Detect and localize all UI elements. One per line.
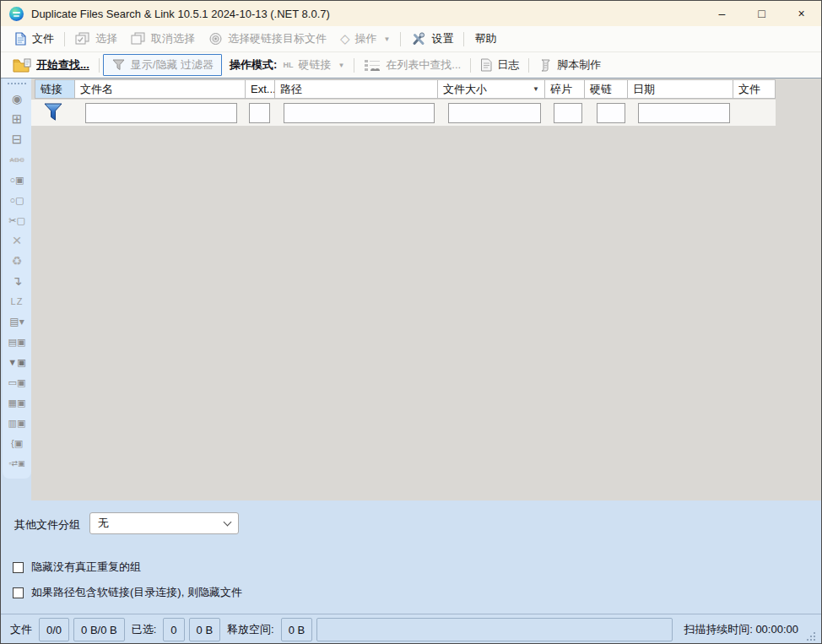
mode-label: 操作模式: xyxy=(222,57,281,73)
menu-item-actions[interactable]: ◇ 操作 ▼ xyxy=(333,28,397,50)
link-select-new-icon[interactable]: ○▢ xyxy=(4,190,30,210)
group-table-icon[interactable]: ▦▣ xyxy=(4,392,30,413)
checkbox-box[interactable] xyxy=(13,562,24,573)
menu-item-settings[interactable]: 设置 xyxy=(404,28,460,50)
selection-add-icon[interactable]: ⊞ xyxy=(4,109,30,129)
filter-row xyxy=(31,100,776,126)
toolbar-separator xyxy=(99,58,100,73)
chevron-down-icon: ▼ xyxy=(384,35,391,43)
maximize-button[interactable]: □ xyxy=(742,1,781,26)
filter-input-ext[interactable] xyxy=(249,103,270,123)
window-controls: – □ × xyxy=(702,1,821,26)
column-header-link[interactable]: 链接 xyxy=(35,79,75,99)
chevron-down-icon: ▼ xyxy=(338,62,344,69)
unlink-cut-icon[interactable]: ✂▢ xyxy=(4,210,30,230)
filter-toggle-button[interactable]: 显示/隐藏 过滤器 xyxy=(103,54,222,76)
abc-compare-icon[interactable]: ABC xyxy=(4,149,30,170)
checkbox-label: 隐藏没有真正重复的组 xyxy=(31,560,141,575)
filter-input-date[interactable] xyxy=(638,103,730,123)
deselect-pages-icon xyxy=(131,32,146,46)
hardlink-mode-button[interactable]: HL 硬链接 ▼ xyxy=(281,55,350,75)
column-header-hardlinks[interactable]: 硬链 xyxy=(585,79,628,99)
group-rows-icon[interactable]: ▤▣ xyxy=(4,332,30,352)
eye-select-icon[interactable]: ◉ xyxy=(4,89,30,109)
start-search-button[interactable]: 开始查找... xyxy=(7,55,95,75)
recycle-bin-icon[interactable]: ♻ xyxy=(4,251,30,271)
script-scroll-icon xyxy=(538,58,552,72)
column-header-filename[interactable]: 文件名 xyxy=(75,79,246,99)
filter-input-filesize[interactable] xyxy=(448,103,541,123)
checkbox-hide-files-softlink-paths[interactable]: 如果路径包含软链接(目录连接), 则隐藏文件 xyxy=(13,585,242,600)
checkbox-hide-non-duplicate-groups[interactable]: 隐藏没有真正重复的组 xyxy=(13,560,141,575)
group-brace-icon[interactable]: {▣ xyxy=(4,433,30,453)
group-by-select[interactable]: 无 xyxy=(89,512,239,534)
funnel-icon xyxy=(111,58,126,72)
menu-item-label: 取消选择 xyxy=(151,31,195,46)
column-header-file[interactable]: 文件 xyxy=(733,79,776,99)
move-to-folder-icon[interactable]: ↴ xyxy=(4,271,30,291)
menu-item-label: 文件 xyxy=(32,31,54,46)
group-list-icon[interactable]: ▭▣ xyxy=(4,372,30,392)
resize-grip[interactable] xyxy=(806,631,816,641)
status-message-panel xyxy=(316,618,673,641)
find-in-list-icon xyxy=(364,58,381,72)
toolbar-separator xyxy=(528,58,529,73)
start-search-label: 开始查找... xyxy=(36,57,89,73)
filter-input-hardlinks[interactable] xyxy=(597,103,625,123)
hardlink-hl-icon: HL xyxy=(283,61,293,69)
find-in-list-button[interactable]: 在列表中查找... xyxy=(358,55,467,75)
scan-duration-value: 00:00:00 xyxy=(755,623,798,636)
menu-item-label: 帮助 xyxy=(474,31,496,46)
close-button[interactable]: × xyxy=(781,1,821,26)
menu-item-label: 设置 xyxy=(431,31,453,46)
column-header-fragments[interactable]: 碎片 xyxy=(545,79,585,99)
status-selected-size: 0 B xyxy=(189,618,221,641)
menu-separator xyxy=(463,32,464,46)
menu-item-select-hardlink-targets[interactable]: 选择硬链接目标文件 xyxy=(202,28,333,50)
table-header-row: 链接 文件名 Ext... 路径 文件大小▼ 碎片 硬链 日期 文件 xyxy=(35,79,776,99)
column-header-date[interactable]: 日期 xyxy=(628,79,733,99)
script-button[interactable]: 脚本制作 xyxy=(533,55,607,75)
filter-input-fragments[interactable] xyxy=(554,103,582,123)
log-label: 日志 xyxy=(497,57,519,73)
group-columns-icon[interactable]: ▥▣ xyxy=(4,413,30,433)
log-button[interactable]: 日志 xyxy=(474,55,525,75)
status-files-count: 0/0 xyxy=(39,618,69,641)
remove-from-list-icon[interactable]: × xyxy=(4,230,30,251)
hardlink-target-icon xyxy=(208,32,223,46)
filter-input-filename[interactable] xyxy=(85,103,237,123)
group-by-label: 其他文件分组 xyxy=(14,517,80,533)
tool-bar: 开始查找... 显示/隐藏 过滤器 操作模式: HL 硬链接 ▼ 在列表中查找.… xyxy=(1,52,821,78)
toolbar-grip[interactable] xyxy=(8,83,26,84)
menu-item-file[interactable]: 文件 xyxy=(8,28,61,50)
status-scan-duration: 扫描持续时间: 00:00:00 xyxy=(677,622,802,637)
filter-input-path[interactable] xyxy=(284,103,435,123)
column-header-filesize[interactable]: 文件大小▼ xyxy=(438,79,545,99)
group-filter-icon[interactable]: ▼▣ xyxy=(4,352,30,372)
filter-toggle-label: 显示/隐藏 过滤器 xyxy=(131,57,214,73)
status-files-size: 0 B/0 B xyxy=(73,618,125,641)
checkbox-box[interactable] xyxy=(13,587,24,598)
selection-subtract-icon[interactable]: ⊟ xyxy=(4,129,30,149)
left-toolbar: ◉ ⊞ ⊟ ABC ○▣ ○▢ ✂▢ × ♻ ↴ LZ ▤▾ ▤▣ ▼▣ ▭▣ … xyxy=(3,78,31,479)
actions-diamond-icon: ◇ xyxy=(340,31,350,46)
script-label: 脚本制作 xyxy=(557,57,601,73)
file-document-icon xyxy=(14,32,27,46)
menu-item-deselect[interactable]: 取消选择 xyxy=(124,28,202,50)
lz-compress-icon[interactable]: LZ xyxy=(4,291,30,311)
link-select-checked-icon[interactable]: ○▣ xyxy=(4,170,30,190)
copy-list-menu-icon[interactable]: ▤▾ xyxy=(4,311,30,332)
scan-duration-label: 扫描持续时间: xyxy=(684,623,753,636)
regroup-swap-icon[interactable]: ▫⇄▣ xyxy=(4,453,30,474)
menu-item-help[interactable]: 帮助 xyxy=(468,28,503,50)
menu-separator xyxy=(400,32,401,46)
status-selected-label: 已选: xyxy=(129,622,160,637)
column-header-ext[interactable]: Ext... xyxy=(246,79,275,99)
menu-item-label: 操作 xyxy=(355,31,377,46)
app-logo-icon xyxy=(9,7,24,21)
menu-item-select[interactable]: 选择 xyxy=(68,28,124,50)
bottom-panel: 其他文件分组 无 隐藏没有真正重复的组 如果路径包含软链接(目录连接), 则隐藏… xyxy=(1,501,821,614)
toolbar-separator xyxy=(470,58,471,73)
column-header-path[interactable]: 路径 xyxy=(275,79,438,99)
minimize-button[interactable]: – xyxy=(702,1,742,26)
